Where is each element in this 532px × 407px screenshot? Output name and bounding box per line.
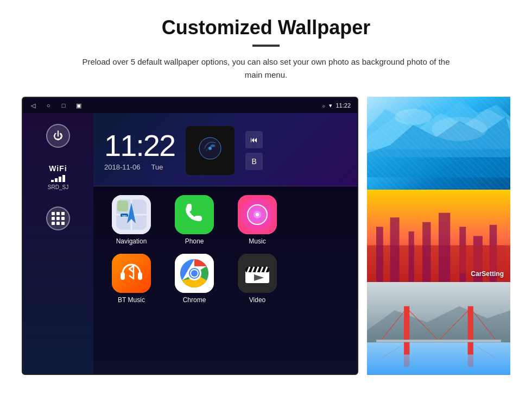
apps-grid-icon bbox=[52, 212, 65, 225]
wifi-status-icon: ▾ bbox=[329, 102, 332, 109]
svg-rect-10 bbox=[175, 195, 214, 234]
wallpaper-city[interactable]: CarSetting bbox=[367, 190, 510, 283]
nav-buttons: ◁ ○ □ ▣ bbox=[29, 102, 83, 109]
android-body: ⏻ WiFi SRD_SJ bbox=[23, 113, 357, 374]
status-right: ⬦ ▾ 11:22 bbox=[322, 102, 351, 109]
apps-row-1: 280 Navigation bbox=[104, 195, 346, 245]
app-music[interactable]: Music bbox=[230, 195, 284, 245]
bt-music-label: BT Music bbox=[118, 296, 145, 304]
media-widget bbox=[186, 126, 235, 175]
clock-time: 11:22 bbox=[104, 130, 175, 161]
chrome-icon bbox=[175, 254, 214, 293]
wifi-signal bbox=[48, 175, 68, 182]
title-divider bbox=[252, 45, 280, 47]
svg-rect-63 bbox=[468, 343, 473, 367]
video-label: Video bbox=[249, 296, 265, 304]
navigation-icon: 280 bbox=[112, 195, 151, 234]
app-chrome[interactable]: Chrome bbox=[167, 254, 221, 304]
svg-rect-49 bbox=[459, 245, 505, 273]
wallpapers-panel: CarSetting bbox=[367, 97, 510, 375]
phone-icon bbox=[175, 195, 214, 234]
svg-rect-62 bbox=[404, 343, 409, 367]
home-icon[interactable]: ○ bbox=[45, 102, 52, 109]
svg-rect-43 bbox=[409, 231, 414, 282]
svg-rect-51 bbox=[367, 343, 510, 375]
music-label: Music bbox=[249, 237, 265, 245]
wifi-ssid: SRD_SJ bbox=[48, 184, 68, 190]
svg-rect-16 bbox=[121, 272, 125, 280]
svg-rect-41 bbox=[376, 227, 383, 282]
svg-rect-6 bbox=[117, 201, 128, 211]
svg-text:280: 280 bbox=[122, 215, 127, 218]
svg-marker-36 bbox=[367, 117, 510, 177]
navigation-label: Navigation bbox=[116, 237, 147, 245]
status-time: 11:22 bbox=[335, 102, 351, 109]
svg-rect-45 bbox=[439, 212, 450, 282]
svg-point-37 bbox=[432, 117, 487, 141]
svg-point-23 bbox=[191, 270, 198, 277]
page-subtitle: Preload over 5 default wallpaper options… bbox=[76, 55, 456, 82]
city-svg bbox=[367, 190, 510, 283]
svg-rect-17 bbox=[138, 272, 142, 280]
location-icon: ⬦ bbox=[322, 102, 326, 109]
wallpaper-bridge[interactable] bbox=[367, 282, 510, 375]
svg-rect-15 bbox=[112, 254, 151, 293]
clock-section: 11:22 2018-11-06 Tue bbox=[93, 113, 357, 186]
svg-rect-44 bbox=[422, 222, 430, 282]
left-sidebar: ⏻ WiFi SRD_SJ bbox=[23, 113, 93, 374]
main-content: ◁ ○ □ ▣ ⬦ ▾ 11:22 ⏻ WiFi bbox=[22, 97, 510, 375]
clock-display: 11:22 2018-11-06 Tue bbox=[104, 130, 175, 171]
media-controls: ⏮ B bbox=[245, 131, 263, 170]
wifi-info: WiFi SRD_SJ bbox=[48, 164, 68, 190]
svg-point-38 bbox=[395, 109, 432, 125]
app-bt-music[interactable]: BT Music bbox=[104, 254, 159, 304]
date-value: 2018-11-06 bbox=[104, 163, 141, 171]
clock-date: 2018-11-06 Tue bbox=[104, 163, 175, 171]
app-navigation[interactable]: 280 Navigation bbox=[104, 195, 159, 245]
power-button[interactable]: ⏻ bbox=[46, 124, 70, 148]
signal-bar-2 bbox=[55, 178, 58, 182]
ice-svg bbox=[367, 97, 510, 190]
app-phone[interactable]: Phone bbox=[167, 195, 221, 245]
media-art-icon bbox=[197, 135, 224, 167]
signal-bar-3 bbox=[59, 177, 61, 182]
wifi-label: WiFi bbox=[48, 164, 68, 173]
apps-section: 280 Navigation bbox=[93, 186, 357, 374]
video-icon bbox=[238, 254, 277, 293]
prev-track-button[interactable]: ⏮ bbox=[245, 131, 263, 148]
signal-bar-4 bbox=[62, 175, 65, 182]
page-title: Customized Wallpaper bbox=[162, 16, 371, 39]
bt-music-icon bbox=[112, 254, 151, 293]
apps-drawer-button[interactable] bbox=[46, 206, 70, 230]
recents-icon[interactable]: □ bbox=[60, 102, 67, 109]
music-icon bbox=[238, 195, 277, 234]
svg-rect-33 bbox=[367, 97, 510, 190]
svg-rect-42 bbox=[390, 217, 400, 282]
back-icon[interactable]: ◁ bbox=[29, 102, 37, 109]
apps-row-2: BT Music bbox=[104, 254, 346, 304]
main-area: 11:22 2018-11-06 Tue bbox=[93, 113, 357, 374]
chrome-label: Chrome bbox=[183, 296, 206, 304]
svg-marker-34 bbox=[367, 101, 510, 157]
phone-label: Phone bbox=[185, 237, 204, 245]
svg-marker-35 bbox=[367, 109, 510, 149]
screenshot-icon[interactable]: ▣ bbox=[75, 102, 83, 109]
app-video[interactable]: Video bbox=[230, 254, 284, 304]
signal-bar-1 bbox=[51, 180, 54, 182]
android-screen: ◁ ○ □ ▣ ⬦ ▾ 11:22 ⏻ WiFi bbox=[22, 97, 358, 375]
svg-point-14 bbox=[256, 213, 259, 216]
next-letter-button[interactable]: B bbox=[245, 153, 263, 170]
wallpaper-ice[interactable] bbox=[367, 97, 510, 190]
day-value: Tue bbox=[151, 163, 163, 171]
car-setting-label: CarSetting bbox=[471, 270, 504, 278]
bridge-svg bbox=[367, 282, 510, 375]
svg-rect-59 bbox=[376, 340, 501, 342]
status-bar: ◁ ○ □ ▣ ⬦ ▾ 11:22 bbox=[23, 98, 357, 113]
